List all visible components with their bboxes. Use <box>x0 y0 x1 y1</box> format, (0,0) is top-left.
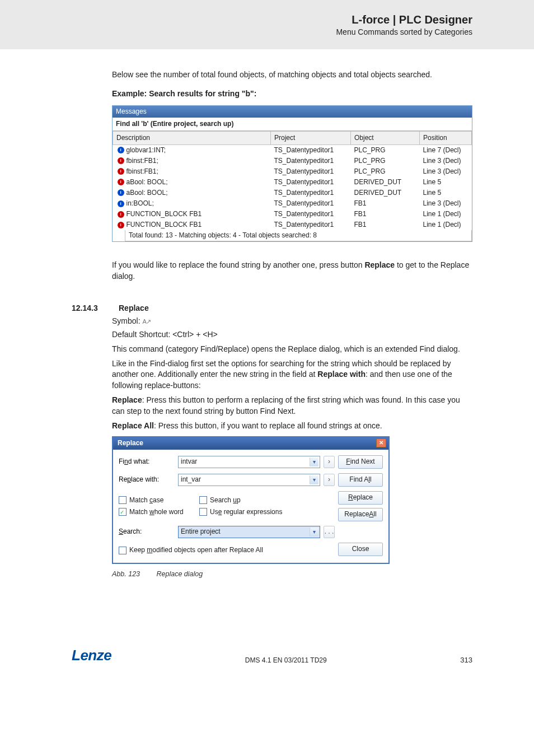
replace-symbol-icon: A↗ <box>142 318 150 325</box>
row-description: FUNCTION_BLOCK FB1 <box>127 220 202 230</box>
close-button[interactable]: Close <box>338 543 383 556</box>
info-icon: i <box>118 200 124 207</box>
info-icon: i <box>118 147 124 153</box>
replace-note-bold: Replace <box>364 260 395 269</box>
info-icon: i <box>118 157 124 164</box>
section-p1: This command (category Find/Replace) ope… <box>112 344 472 355</box>
replace-with-input[interactable]: int_var ▾ <box>178 474 320 486</box>
dialog-title: Replace <box>118 438 143 448</box>
section-heading: 12.14.3 Replace <box>72 304 472 312</box>
match-case-checkbox[interactable]: Match case <box>119 496 199 505</box>
info-icon: i <box>118 168 124 175</box>
table-row[interactable]: iaBool: BOOL;TS_Datentypeditor1DERIVED_D… <box>113 188 472 198</box>
dropdown-icon[interactable]: ▾ <box>310 458 318 466</box>
col-object[interactable]: Object <box>351 131 420 144</box>
footer-page-number: 313 <box>460 656 472 664</box>
table-row[interactable]: ifbinst:FB1;TS_Datentypeditor1PLC_PRGLin… <box>113 156 472 166</box>
p4-post: : Press this button, if you want to repl… <box>154 421 382 430</box>
symbol-row: Symbol: A↗ <box>112 316 472 327</box>
messages-panel: Messages Find all 'b' (Entire project, s… <box>112 105 472 242</box>
search-scope-browse-button[interactable]: . . . <box>324 526 335 538</box>
section-p4: Replace All: Press this button, if you w… <box>112 421 472 432</box>
table-row[interactable]: iaBool: BOOL;TS_Datentypeditor1DERIVED_D… <box>113 177 472 188</box>
messages-filter: Find all 'b' (Entire project, search up) <box>113 118 472 131</box>
row-description: aBool: BOOL; <box>127 178 168 187</box>
col-description[interactable]: Description <box>113 131 271 144</box>
p4-bold: Replace All <box>112 421 154 430</box>
replace-button[interactable]: Replace <box>338 491 383 505</box>
table-row[interactable]: ifbinst:FB1;TS_Datentypeditor1PLC_PRGLin… <box>113 166 472 177</box>
table-row[interactable]: iin:BOOL;TS_Datentypeditor1FB1Line 3 (De… <box>113 198 472 209</box>
keep-modified-checkbox[interactable]: Keep modified objects open after Replace… <box>119 545 320 555</box>
find-what-options-button[interactable]: › <box>324 456 335 468</box>
col-project[interactable]: Project <box>271 131 351 144</box>
messages-table: Description Project Object Position iglo… <box>113 131 472 230</box>
replace-with-label: Replace with: <box>119 475 175 484</box>
close-icon[interactable]: ✕ <box>376 438 386 447</box>
header-title: L-force | PLC Designer <box>0 13 472 26</box>
shortcut-text: Default Shortcut: <Ctrl> + <H> <box>112 329 472 340</box>
search-scope-value: Entire project <box>181 527 221 536</box>
table-row[interactable]: iFUNCTION_BLOCK FB1TS_Datentypeditor1FB1… <box>113 209 472 220</box>
search-scope-select[interactable]: Entire project ▾ <box>178 526 320 538</box>
figure-caption: Abb. 123 Replace dialog <box>112 570 472 580</box>
page-footer: Lenze DMS 4.1 EN 03/2011 TD29 313 <box>0 647 534 684</box>
table-row[interactable]: iFUNCTION_BLOCK FB1TS_Datentypeditor1FB1… <box>113 220 472 230</box>
row-description: fbinst:FB1; <box>127 167 158 176</box>
header-subtitle: Menu Commands sorted by Categories <box>0 27 472 36</box>
dropdown-icon[interactable]: ▾ <box>310 528 318 536</box>
find-all-button[interactable]: Find All <box>338 473 383 487</box>
messages-titlebar: Messages <box>113 106 472 118</box>
figure-text: Replace dialog <box>157 570 203 578</box>
p3-post: : Press this button to perform a replaci… <box>112 395 460 416</box>
find-next-button[interactable]: Find Next <box>338 455 383 469</box>
replace-all-button[interactable]: Replace All <box>338 508 383 521</box>
row-description: globvar1:INT; <box>127 146 166 155</box>
section-title: Replace <box>119 304 149 312</box>
search-up-checkbox[interactable]: Search up <box>199 496 282 505</box>
row-description: aBool: BOOL; <box>127 188 168 198</box>
use-regex-checkbox[interactable]: Use regular expressions <box>199 507 282 517</box>
row-description: in:BOOL; <box>127 199 154 208</box>
dialog-titlebar[interactable]: Replace ✕ <box>113 437 388 450</box>
info-icon: i <box>118 179 124 185</box>
footer-doc-id: DMS 4.1 EN 03/2011 TD29 <box>245 656 327 664</box>
symbol-label: Symbol: <box>112 316 142 325</box>
info-icon: i <box>118 222 124 228</box>
figure-number: Abb. 123 <box>112 570 140 578</box>
find-what-value: intvar <box>181 457 197 466</box>
section-p2: Like in the Find-dialog first set the op… <box>112 358 472 392</box>
dropdown-icon[interactable]: ▾ <box>310 475 318 484</box>
replace-dialog: Replace ✕ Find what: intvar ▾ › Find Nex… <box>112 436 390 564</box>
info-icon: i <box>118 189 124 196</box>
table-row[interactable]: iglobvar1:INT;TS_Datentypeditor1PLC_PRGL… <box>113 144 472 156</box>
section-p3: Replace: Press this button to perform a … <box>112 395 472 417</box>
p3-bold: Replace <box>112 395 142 404</box>
lenze-logo: Lenze <box>72 647 111 664</box>
section-number: 12.14.3 <box>72 304 105 312</box>
p2-bold: Replace with <box>317 370 366 379</box>
info-icon: i <box>118 211 124 218</box>
search-scope-label: Search: <box>119 527 175 536</box>
replace-with-options-button[interactable]: › <box>324 474 335 486</box>
match-whole-word-checkbox[interactable]: Match whole word <box>119 507 199 517</box>
page-header: L-force | PLC Designer Menu Commands sor… <box>0 0 534 49</box>
col-position[interactable]: Position <box>420 131 472 144</box>
replace-note-pre: If you would like to replace the found s… <box>112 260 364 269</box>
messages-summary: Total found: 13 - Matching objects: 4 - … <box>125 230 472 241</box>
find-what-label: Find what: <box>119 457 175 466</box>
intro-text: Below see the number of total found obje… <box>112 69 472 81</box>
find-what-input[interactable]: intvar ▾ <box>178 456 320 468</box>
replace-with-value: int_var <box>181 475 201 484</box>
row-description: fbinst:FB1; <box>127 156 158 166</box>
replace-note: If you would like to replace the found s… <box>112 260 472 282</box>
example-caption: Example: Search results for string "b": <box>112 88 472 100</box>
row-description: FUNCTION_BLOCK FB1 <box>127 209 202 219</box>
